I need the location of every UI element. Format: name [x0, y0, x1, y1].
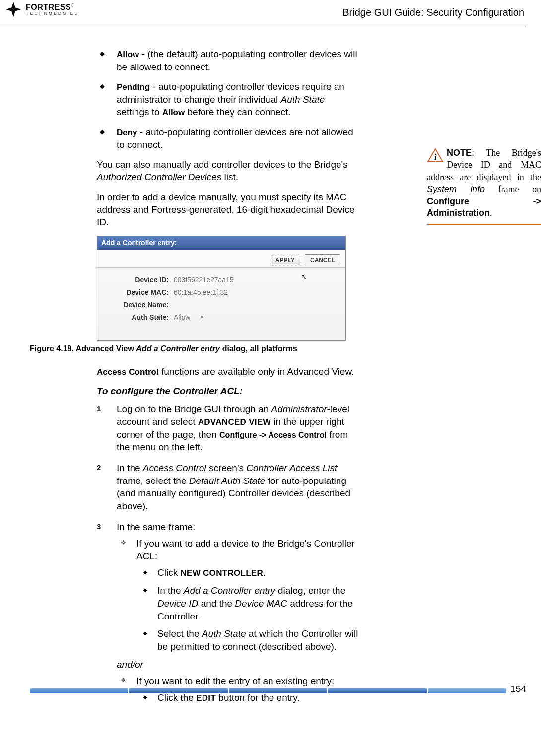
add1c: .: [263, 567, 266, 578]
add2c: dialog, enter the: [275, 585, 346, 596]
label-auth-state: Auth State:: [104, 313, 174, 322]
dialog-body: Device ID: 003f56221e27aa15 Device MAC: …: [97, 268, 345, 340]
add2d: Device ID: [157, 598, 198, 609]
pending-text-2: settings to: [117, 107, 162, 117]
warning-info-icon: i: [427, 148, 444, 166]
page-body: i NOTE: The Bridge's Device ID and MAC a…: [0, 25, 541, 704]
note-text-5: .: [490, 208, 492, 218]
cancel-button[interactable]: CANCEL: [305, 254, 340, 266]
fig-cap-c: dialog, all platforms: [220, 344, 297, 353]
add2a: In the: [157, 585, 184, 596]
svg-text:i: i: [434, 153, 437, 161]
step-3: In the same frame: If you want to add a …: [97, 521, 360, 704]
logo-line2: TECHNOLOGIES: [26, 11, 79, 16]
page-header: FORTRESS® TECHNOLOGIES Bridge GUI Guide:…: [0, 0, 526, 25]
cursor-icon: ↖: [301, 273, 307, 281]
note-text-1: The Bridge's Device ID and MAC address a…: [427, 148, 541, 182]
step-2: In the Access Control screen's Controlle…: [97, 462, 360, 513]
pending-label: Pending: [117, 82, 150, 92]
note-label: NOTE:: [447, 148, 474, 158]
edit1b: EDIT: [196, 693, 216, 703]
add1a: Click: [157, 567, 180, 578]
note-text-path: Configure -> Administration: [427, 196, 541, 218]
s3: In the same frame:: [117, 522, 195, 532]
label-device-id: Device ID:: [104, 275, 174, 285]
add2e: and the: [198, 598, 235, 609]
allow-label: Allow: [117, 50, 139, 59]
value-device-mac[interactable]: 60:1a:45:ee:1f:32: [174, 288, 228, 297]
footer-bar: [30, 688, 526, 693]
and-or: and/or: [117, 658, 360, 671]
row-device-mac: Device MAC: 60:1a:45:ee:1f:32: [104, 288, 338, 297]
option-add: If you want to add a device to the Bridg…: [117, 537, 360, 653]
option-add-sublist: Click NEW CONTROLLER. In the Add a Contr…: [136, 566, 360, 653]
s2e: frame, select the: [117, 476, 189, 486]
note-text-system-info: System Info: [427, 184, 485, 194]
page-number: 154: [506, 684, 526, 694]
label-device-name: Device Name:: [104, 300, 174, 310]
fig-cap-a: Figure 4.18. Advanced View: [30, 344, 136, 353]
header-title: Bridge GUI Guide: Security Configuration: [342, 7, 524, 18]
allow-text: - (the default) auto-populating controll…: [117, 49, 357, 72]
dialog-add-controller: Add a Controller entry: APPLY CANCEL ↖ D…: [97, 236, 346, 341]
registered-mark: ®: [71, 3, 74, 8]
para1b: Authorized Controller Devices: [97, 172, 221, 182]
step-1: Log on to the Bridge GUI through an Admi…: [97, 403, 360, 454]
s1d: ADVANCED VIEW: [198, 417, 271, 427]
pending-authstate: Auth State: [281, 94, 325, 105]
subheading-configure-acl: To configure the Controller ACL:: [97, 385, 360, 398]
value-device-id[interactable]: 003f56221e27aa15: [174, 275, 234, 285]
side-note: i NOTE: The Bridge's Device ID and MAC a…: [427, 147, 541, 225]
dropdown-auth-state[interactable]: Allow ▼: [174, 313, 204, 322]
edit1a: Click the: [157, 692, 196, 703]
s3-edit: If you want to edit the entry of an exis…: [136, 676, 334, 686]
row-device-name: Device Name:: [104, 300, 338, 310]
access-control-note: Access Control functions are available o…: [97, 365, 360, 378]
main-column: Allow - (the default) auto-populating co…: [97, 48, 360, 341]
paragraph-manual-add: You can also manually add controller dev…: [97, 158, 360, 184]
step3-options: If you want to add a device to the Bridg…: [117, 537, 360, 653]
dialog-title: Add a Controller entry:: [97, 236, 345, 250]
access-control-text: functions are available only in Advanced…: [159, 366, 354, 377]
list-item-allow: Allow - (the default) auto-populating co…: [97, 48, 360, 73]
list-item-deny: Deny - auto-populating controller device…: [97, 126, 360, 151]
fig-cap-b: Add a Controller entry: [136, 344, 220, 353]
s3-add: If you want to add a device to the Bridg…: [136, 538, 355, 561]
para1a: You can also manually add controller dev…: [97, 159, 348, 170]
apply-button[interactable]: APPLY: [270, 254, 300, 266]
para1c: list.: [221, 172, 238, 182]
label-device-mac: Device MAC:: [104, 288, 174, 297]
auth-state-selected: Allow: [174, 313, 190, 322]
s1f: Configure -> Access Control: [219, 431, 327, 439]
dialog-toolbar: APPLY CANCEL ↖: [97, 250, 345, 268]
edit1c: button for the entry.: [216, 692, 300, 703]
s2b: Access Control: [143, 463, 206, 473]
brand-logo: FORTRESS® TECHNOLOGIES: [4, 0, 79, 19]
list-item-pending: Pending - auto-populating controller dev…: [97, 80, 360, 119]
s2a: In the: [117, 463, 143, 473]
add3b: Auth State: [202, 628, 246, 639]
add-sub-3: Select the Auth State at which the Contr…: [136, 627, 360, 653]
add-sub-2: In the Add a Controller entry dialog, en…: [136, 584, 360, 622]
page-footer: 154: [30, 688, 526, 693]
s1a: Log on to the Bridge GUI through an: [117, 404, 271, 414]
add2f: Device MAC: [235, 598, 287, 609]
pending-text-3: before they can connect.: [185, 107, 290, 117]
pending-allow: Allow: [162, 108, 185, 117]
s2f: Default Auth State: [189, 476, 266, 486]
deny-label: Deny: [117, 128, 137, 137]
add3a: Select the: [157, 628, 202, 639]
logo-line1: FORTRESS: [26, 3, 71, 11]
figure-caption: Figure 4.18. Advanced View Add a Control…: [30, 344, 526, 353]
access-control-label: Access Control: [97, 367, 159, 377]
s2d: Controller Access List: [246, 463, 337, 473]
add-sub-1: Click NEW CONTROLLER.: [136, 566, 360, 579]
note-text-3: frame on: [485, 184, 541, 194]
s1b: Administrator: [271, 404, 327, 414]
logo-icon: [4, 0, 23, 19]
auth-state-list: Allow - (the default) auto-populating co…: [97, 48, 360, 151]
paragraph-device-id: In order to add a device manually, you m…: [97, 191, 360, 229]
deny-text: - auto-populating controller devices are…: [117, 127, 353, 150]
row-auth-state: Auth State: Allow ▼: [104, 313, 338, 322]
main-column-2: Access Control functions are available o…: [97, 365, 360, 704]
